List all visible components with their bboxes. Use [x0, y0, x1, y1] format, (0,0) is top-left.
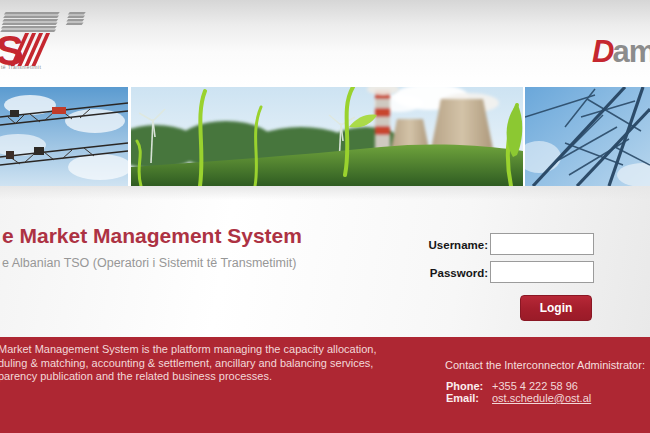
- damas-logo: Dama: [592, 34, 650, 70]
- username-label: Username:: [420, 239, 488, 251]
- footer-description-line: parency publication and the related busi…: [0, 370, 398, 384]
- banner-photo-green-energy: [131, 87, 523, 186]
- page-subtitle: e Albanian TSO (Operatori i Sistemit të …: [2, 256, 296, 270]
- footer-description: Market Management System is the platform…: [0, 343, 398, 384]
- footer-description-line: duling & matching, accounting & settleme…: [0, 357, 398, 371]
- banner-photo-strip: [0, 87, 650, 186]
- username-input[interactable]: [490, 233, 594, 255]
- ost-logo-subtext: të Transmetimit: [1, 64, 41, 70]
- banner-photo-pylon: [525, 87, 650, 186]
- damas-logo-text: ama: [612, 34, 650, 69]
- footer-description-line: Market Management System is the platform…: [0, 343, 398, 357]
- email-link[interactable]: ost.schedule@ost.al: [492, 392, 591, 404]
- phone-label: Phone:: [446, 380, 492, 392]
- password-label: Password:: [420, 267, 488, 279]
- login-page: S të Transmetimit Dama: [0, 0, 650, 433]
- contact-email-row: Email:ost.schedule@ost.al: [446, 392, 591, 404]
- damas-logo-d: D: [592, 34, 612, 69]
- page-title: e Market Management System: [2, 224, 302, 248]
- login-button[interactable]: Login: [520, 295, 592, 321]
- footer: Market Management System is the platform…: [0, 337, 650, 433]
- header: S të Transmetimit Dama: [0, 0, 650, 87]
- banner-photo-transmission-workers: [0, 87, 128, 186]
- contact-heading: Contact the Interconnector Administrator…: [445, 359, 645, 371]
- email-label: Email:: [446, 392, 492, 404]
- contact-phone-row: Phone:+355 4 222 58 96: [446, 380, 578, 392]
- phone-value: +355 4 222 58 96: [492, 380, 578, 392]
- password-input[interactable]: [490, 261, 594, 283]
